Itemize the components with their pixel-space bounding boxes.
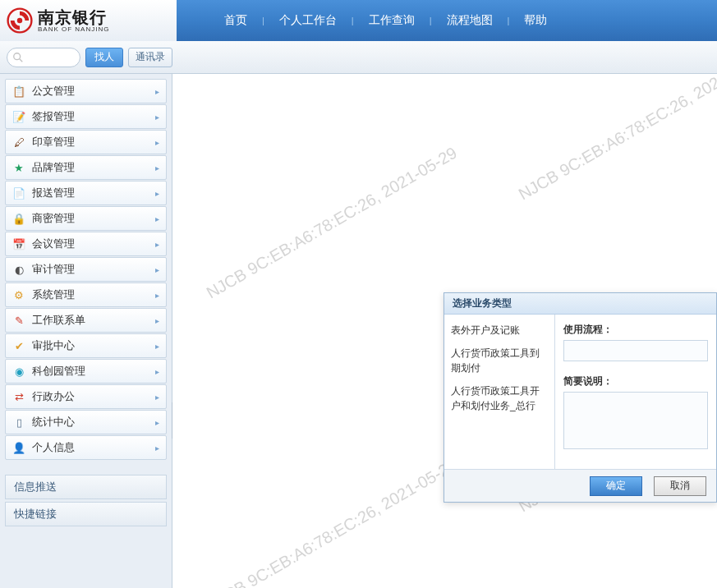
chevron-right-icon: ▸: [155, 113, 159, 122]
description-field[interactable]: [563, 392, 708, 449]
menu-label: 科创园管理: [32, 364, 155, 379]
dialog-ok-button[interactable]: 确定: [590, 476, 642, 496]
menu-icon: ▯: [12, 416, 25, 429]
sidebar-item-7[interactable]: ◐审计管理▸: [5, 257, 167, 282]
logo-area: 南京银行 BANK OF NANJING: [0, 0, 177, 41]
chevron-right-icon: ▸: [155, 214, 159, 223]
menu-icon: ◉: [12, 365, 25, 378]
bank-logo-icon: [7, 7, 33, 34]
sidebar-item-3[interactable]: ★品牌管理▸: [5, 155, 167, 180]
menu-label: 品牌管理: [32, 160, 155, 175]
nav-help[interactable]: 帮助: [509, 0, 562, 41]
menu-icon: 📅: [12, 237, 25, 250]
menu-label: 公文管理: [32, 84, 155, 99]
menu-icon: ★: [12, 161, 25, 174]
menu-icon: ⇄: [12, 390, 25, 403]
menu-label: 报送管理: [32, 186, 155, 200]
chevron-right-icon: ▸: [155, 393, 159, 402]
chevron-right-icon: ▸: [155, 367, 159, 376]
menu-label: 商密管理: [32, 211, 155, 226]
nav-work-query[interactable]: 工作查询: [354, 0, 430, 41]
dialog-title: 选择业务类型: [444, 293, 716, 315]
menu-icon: 🖊: [12, 136, 25, 149]
sidebar-item-1[interactable]: 📝签报管理▸: [5, 104, 167, 129]
watermark: NJCB 9C:EB:A6:78:EC:26, 2021-05-29: [204, 144, 461, 303]
svg-line-3: [20, 58, 23, 62]
menu-label: 行政办公: [32, 389, 155, 404]
menu-icon: ◐: [12, 263, 25, 276]
menu-label: 印章管理: [32, 135, 155, 149]
business-type-item[interactable]: 人行货币政策工具到期划付: [451, 346, 548, 375]
sidebar: 📋公文管理▸📝签报管理▸🖊印章管理▸★品牌管理▸📄报送管理▸🔒商密管理▸📅会议管…: [0, 74, 172, 588]
sidebar-item-14[interactable]: 👤个人信息▸: [5, 435, 167, 460]
sidebar-item-6[interactable]: 📅会议管理▸: [5, 232, 167, 256]
chevron-right-icon: ▸: [155, 265, 159, 274]
sidebar-item-9[interactable]: ✎工作联系单▸: [5, 308, 167, 333]
find-people-button[interactable]: 找人: [85, 48, 123, 67]
sidebar-item-5[interactable]: 🔒商密管理▸: [5, 206, 167, 231]
menu-label: 签报管理: [32, 109, 155, 124]
chevron-right-icon: ▸: [155, 240, 159, 249]
sidebar-item-12[interactable]: ⇄行政办公▸: [5, 384, 167, 409]
menu-icon: 🔒: [12, 212, 25, 225]
top-nav: 首页 | 个人工作台 | 工作查询 | 流程地图 | 帮助: [177, 0, 562, 41]
menu-icon: ✎: [12, 314, 25, 327]
chevron-right-icon: ▸: [155, 163, 159, 172]
menu-icon: 📋: [12, 85, 25, 98]
search-icon: [12, 52, 24, 63]
logo-text-cn: 南京银行: [38, 8, 109, 26]
business-type-item[interactable]: 人行货币政策工具开户和划付业务_总行: [451, 384, 548, 413]
sidebar-item-13[interactable]: ▯统计中心▸: [5, 410, 167, 434]
process-label: 使用流程：: [563, 323, 708, 337]
menu-label: 统计中心: [32, 415, 155, 430]
menu-label: 个人信息: [32, 440, 155, 455]
menu-label: 工作联系单: [32, 313, 155, 328]
sidebar-item-2[interactable]: 🖊印章管理▸: [5, 130, 167, 154]
nav-process-map[interactable]: 流程地图: [432, 0, 508, 41]
chevron-right-icon: ▸: [155, 189, 159, 198]
watermark: NJCB 9C:EB:A6:78:EC:26, 2021-05-29: [204, 456, 461, 588]
sidebar-item-0[interactable]: 📋公文管理▸: [5, 79, 167, 103]
business-type-list: 表外开户及记账人行货币政策工具到期划付人行货币政策工具开户和划付业务_总行: [444, 315, 555, 469]
business-type-item[interactable]: 表外开户及记账: [451, 323, 548, 338]
menu-icon: 📄: [12, 186, 25, 200]
menu-icon: 📝: [12, 110, 25, 123]
menu-label: 审计管理: [32, 262, 155, 277]
sidebar-item-4[interactable]: 📄报送管理▸: [5, 181, 167, 205]
menu-icon: 👤: [12, 441, 25, 454]
chevron-right-icon: ▸: [155, 138, 159, 147]
process-field[interactable]: [563, 340, 708, 361]
panel-0[interactable]: 信息推送: [5, 475, 167, 499]
svg-point-2: [14, 53, 21, 59]
menu-label: 系统管理: [32, 287, 155, 302]
menu-label: 审批中心: [32, 338, 155, 353]
chevron-right-icon: ▸: [155, 87, 159, 96]
chevron-right-icon: ▸: [155, 316, 159, 325]
chevron-right-icon: ▸: [155, 418, 159, 427]
menu-icon: ⚙: [12, 288, 25, 301]
app-header: 南京银行 BANK OF NANJING 首页 | 个人工作台 | 工作查询 |…: [0, 0, 717, 41]
dialog-cancel-button[interactable]: 取消: [654, 476, 706, 496]
chevron-right-icon: ▸: [155, 443, 159, 452]
sidebar-item-10[interactable]: ✔审批中心▸: [5, 333, 167, 358]
select-business-type-dialog: 选择业务类型 表外开户及记账人行货币政策工具到期划付人行货币政策工具开户和划付业…: [444, 292, 717, 503]
sidebar-item-11[interactable]: ◉科创园管理▸: [5, 359, 167, 384]
toolbar: 找人 通讯录: [0, 41, 717, 74]
description-label: 简要说明：: [563, 374, 708, 388]
nav-workbench[interactable]: 个人工作台: [264, 0, 352, 41]
chevron-right-icon: ▸: [155, 342, 159, 351]
sidebar-item-8[interactable]: ⚙系统管理▸: [5, 283, 167, 307]
menu-icon: ✔: [12, 339, 25, 352]
menu-label: 会议管理: [32, 237, 155, 251]
svg-point-1: [17, 18, 22, 23]
search-input[interactable]: [7, 48, 80, 67]
panel-1[interactable]: 快捷链接: [5, 502, 167, 526]
contacts-button[interactable]: 通讯录: [128, 48, 172, 67]
nav-home[interactable]: 首页: [209, 0, 262, 41]
logo-text-en: BANK OF NANJING: [38, 26, 109, 34]
chevron-right-icon: ▸: [155, 291, 159, 300]
